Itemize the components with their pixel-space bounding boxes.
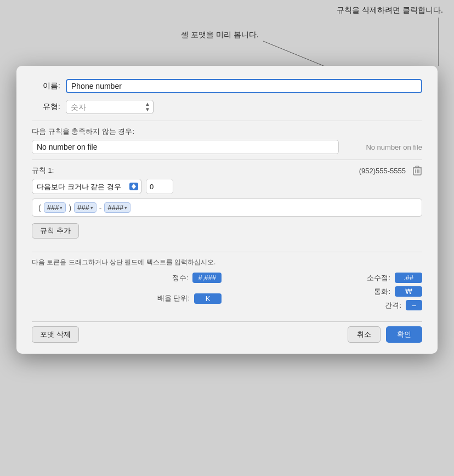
token-row-separator: 간격: – <box>232 300 422 310</box>
annotation-area: 규칙을 삭제하려면 클릭합니다. 셀 포맷을 미리 봅니다. <box>0 0 454 71</box>
rule-label: 규칙 1: <box>32 166 54 175</box>
add-rule-button[interactable]: 규칙 추가 <box>32 223 79 239</box>
token-row-decimal: 소수점: .## <box>232 273 422 283</box>
currency-label: 통화: <box>374 287 390 297</box>
cancel-button[interactable]: 취소 <box>348 326 381 343</box>
separator-token[interactable]: – <box>406 300 422 310</box>
token-chip-3[interactable]: #### ▾ <box>104 202 130 213</box>
rule-condition-row: 다음보다 크거나 같은 경우 <box>32 179 422 194</box>
confirm-button[interactable]: 확인 <box>386 326 422 343</box>
token-grid: 정수: #,### 소수점: .## 배율 단위: K 통화: ₩ 간격: – <box>32 273 422 310</box>
token-help-text: 다음 토큰을 드래그하거나 상단 필드에 텍스트를 입력하십시오. <box>32 258 422 267</box>
token-chip-2-arrow: ▾ <box>90 205 93 211</box>
annotation-preview-text: 셀 포맷을 미리 봅니다. <box>181 30 259 40</box>
divider-3 <box>32 252 422 252</box>
token-row-currency: 통화: ₩ <box>232 286 422 297</box>
rule-preview: (952)555-5555 <box>359 167 406 175</box>
rule-header: 규칙 1: (952)555-5555 <box>32 166 422 175</box>
paren-open: ( <box>38 203 42 212</box>
token-chip-2[interactable]: ### ▾ <box>74 202 97 213</box>
decimal-label: 소수점: <box>367 273 390 283</box>
type-label: 유형: <box>32 102 60 112</box>
condition-input[interactable] <box>32 140 339 154</box>
paren-close: ) <box>68 203 72 212</box>
divider-1 <box>32 121 422 121</box>
token-chip-1[interactable]: ### ▾ <box>44 202 66 213</box>
token-chip-3-arrow: ▾ <box>124 205 127 211</box>
dash-separator: - <box>99 203 103 212</box>
rule-condition-select[interactable]: 다음보다 크거나 같은 경우 <box>32 179 141 194</box>
format-tokens-container: ( ### ▾ ) ### ▾ - #### ▾ <box>32 199 422 217</box>
token-chip-1-text: ### <box>47 203 59 212</box>
token-row-scale: 배율 단위: K <box>32 286 222 310</box>
type-row: 유형: 숫자 ▲ ▼ <box>32 100 422 114</box>
bottom-right-buttons: 취소 확인 <box>348 326 422 343</box>
condition-row: No number on file <box>32 140 422 154</box>
integer-label: 정수: <box>172 273 189 283</box>
token-row-integer: 정수: #,### <box>32 273 222 283</box>
annotation-lines <box>0 0 454 77</box>
name-row: 이름: <box>32 79 422 93</box>
type-select-wrapper: 숫자 ▲ ▼ <box>66 100 154 114</box>
svg-line-1 <box>263 41 324 66</box>
rule-number-input[interactable] <box>146 179 173 194</box>
currency-token[interactable]: ₩ <box>395 286 422 297</box>
name-input[interactable] <box>66 79 422 93</box>
scale-label: 배율 단위: <box>157 293 190 303</box>
annotation-delete-text: 규칙을 삭제하려면 클릭합니다. <box>337 5 443 15</box>
rule-select-wrapper: 다음보다 크거나 같은 경우 <box>32 179 141 194</box>
condition-label: 다음 규칙을 충족하지 않는 경우: <box>32 127 422 137</box>
separator-label: 간격: <box>385 301 401 310</box>
integer-token[interactable]: #,### <box>192 273 222 283</box>
condition-preview: No number on file <box>345 143 422 151</box>
decimal-token[interactable]: .## <box>395 273 422 283</box>
divider-2 <box>32 160 422 160</box>
token-chip-3-text: #### <box>107 203 123 212</box>
name-label: 이름: <box>32 81 60 91</box>
type-select[interactable]: 숫자 <box>66 100 154 114</box>
token-chip-1-arrow: ▾ <box>60 205 63 211</box>
svg-rect-7 <box>416 166 419 168</box>
delete-rule-icon[interactable] <box>412 166 422 175</box>
scale-token[interactable]: K <box>194 293 222 304</box>
format-dialog: 이름: 유형: 숫자 ▲ ▼ 다음 규칙을 충족하지 않는 경우: No num… <box>16 66 438 354</box>
token-chip-2-text: ### <box>77 203 89 212</box>
bottom-bar: 포맷 삭제 취소 확인 <box>32 321 422 343</box>
delete-format-button[interactable]: 포맷 삭제 <box>32 326 79 343</box>
